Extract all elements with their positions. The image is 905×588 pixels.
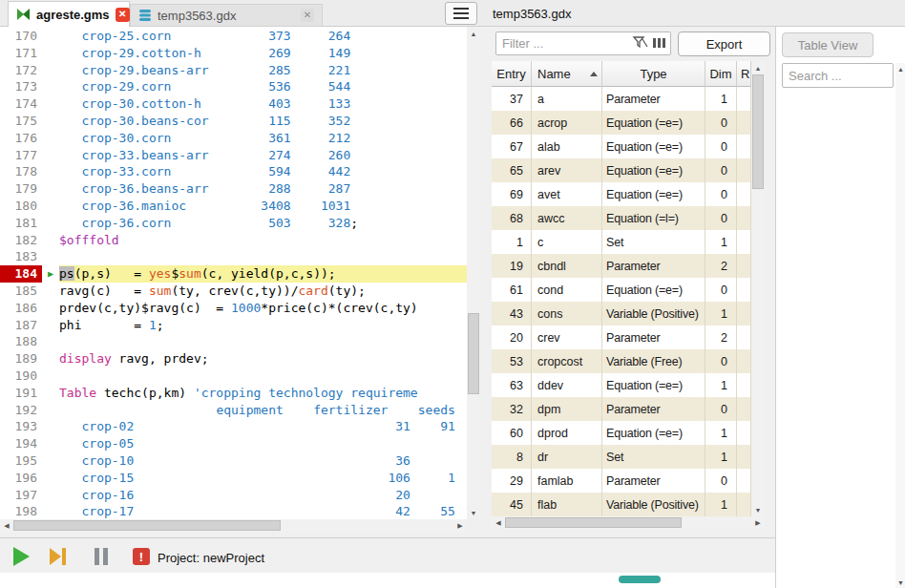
code-line[interactable]: 197 crop-16 20: [0, 487, 467, 504]
code-line[interactable]: 178 crop-33.corn 594 442: [0, 163, 467, 180]
code-line[interactable]: 175 crop-30.beans-cor 115 352: [0, 113, 467, 130]
editor-horizontal-scrollbar[interactable]: ◀ ▶: [0, 519, 467, 532]
line-number: 172: [0, 62, 42, 79]
code-line[interactable]: 176 crop-30.corn 361 212: [0, 130, 467, 147]
gutter-marker: [42, 470, 59, 487]
column-header-name[interactable]: Name: [532, 61, 602, 87]
code-text: crop-30.beans-cor 115 352: [59, 113, 467, 130]
code-line[interactable]: 193 crop-02 31 91: [0, 418, 467, 435]
code-line[interactable]: 174 crop-30.cotton-h 403 133: [0, 95, 467, 113]
column-header-dim[interactable]: Dim: [705, 61, 737, 87]
scroll-left-icon[interactable]: ◀: [0, 519, 13, 532]
symbol-row[interactable]: 65arevEquation (=e=)0: [492, 158, 751, 182]
code-line[interactable]: 184▶ps(p,s) = yes$sum(c, yield(p,c,s));: [0, 265, 467, 283]
scroll-up-icon[interactable]: ▲: [467, 27, 480, 40]
symbol-row[interactable]: 67alabEquation (=e=)0: [492, 135, 751, 158]
symbol-row[interactable]: 60dprodEquation (=e=)1: [492, 421, 751, 445]
editor-gdx-splitter[interactable]: [480, 27, 489, 532]
code-line[interactable]: 179 crop-36.beans-arr 288 287: [0, 180, 467, 198]
overlay-scrollbar-thumb[interactable]: [619, 576, 661, 583]
symbol-row[interactable]: 20crevParameter2: [492, 326, 751, 349]
line-number: 176: [0, 130, 42, 147]
code-line[interactable]: 170 crop-25.corn 373 264: [0, 28, 467, 45]
code-line[interactable]: 195 crop-10 36: [0, 452, 467, 470]
code-line[interactable]: 183: [0, 248, 467, 265]
symbol-row[interactable]: 63ddevEquation (=e=)1: [492, 373, 751, 397]
code-line[interactable]: 198 crop-17 42 55: [0, 503, 467, 519]
symbol-row[interactable]: 61condEquation (=e=)0: [492, 278, 751, 302]
clear-filter-icon[interactable]: [632, 35, 648, 51]
code-line[interactable]: 182$offfold: [0, 232, 467, 249]
symbol-row[interactable]: 32dpmParameter0: [492, 397, 751, 421]
search-input[interactable]: [782, 63, 894, 88]
run-with-gdx-button[interactable]: [46, 545, 69, 568]
scroll-left-icon[interactable]: ◀: [492, 516, 505, 529]
tab-agreste-gms[interactable]: agreste.gms ✕: [8, 1, 130, 27]
cell-entry: 63: [492, 373, 532, 397]
scroll-down-icon[interactable]: ▼: [895, 577, 905, 588]
code-text: equipment fertilizer seeds: [59, 402, 467, 419]
code-line[interactable]: 185ravg(c) = sum(ty, crev(c,ty))/card(ty…: [0, 283, 467, 300]
symbol-row[interactable]: 29famlabParameter0: [492, 469, 751, 493]
code-editor[interactable]: 170 crop-25.corn 373 264171 crop-29.cott…: [0, 27, 480, 532]
close-tab-icon[interactable]: ✕: [301, 9, 314, 22]
tab-temp3563-gdx[interactable]: temp3563.gdx ✕: [130, 4, 323, 27]
code-line[interactable]: 189display ravg, prdev;: [0, 350, 467, 368]
cell-entry: 8: [492, 445, 532, 469]
code-line[interactable]: 180 crop-36.manioc 3408 1031: [0, 198, 467, 215]
code-text: crop-17 42 55: [59, 503, 467, 519]
symbol-row[interactable]: 43consVariable (Positive)1: [492, 302, 751, 326]
code-line[interactable]: 191Table techc(p,km) 'cropping technolog…: [0, 385, 467, 402]
symbol-row[interactable]: 66acropEquation (=e=)0: [492, 111, 751, 135]
symbol-row[interactable]: 8drSet1: [492, 445, 751, 469]
menu-icon[interactable]: [445, 2, 477, 25]
code-line[interactable]: 181 crop-36.corn 503 328;: [0, 215, 467, 232]
run-button[interactable]: [10, 545, 32, 568]
scrollbar-thumb[interactable]: [505, 517, 682, 528]
code-line[interactable]: 172 crop-29.beans-arr 285 221: [0, 62, 467, 79]
code-line[interactable]: 192 equipment fertilizer seeds: [0, 402, 467, 419]
code-line[interactable]: 194 crop-05: [0, 435, 467, 452]
scroll-right-icon[interactable]: ▶: [453, 519, 467, 532]
column-header-entry[interactable]: Entry: [492, 61, 532, 87]
symbol-row[interactable]: 37aParameter1: [492, 87, 751, 111]
column-filter-icon[interactable]: [652, 35, 666, 51]
symbol-row[interactable]: 53cropcostVariable (Free)0: [492, 349, 751, 373]
column-header-type[interactable]: Type: [602, 61, 705, 87]
code-line[interactable]: 186prdev(c,ty)$ravg(c) = 1000*price(c)*(…: [0, 300, 467, 317]
interrupt-button[interactable]: !: [130, 545, 153, 568]
cell-type: Equation (=e=): [602, 421, 705, 445]
scroll-down-icon[interactable]: ▼: [751, 503, 765, 516]
cell-dim: 0: [705, 278, 737, 302]
data-vertical-scrollbar[interactable]: ▲ ▼: [895, 63, 905, 588]
scroll-up-icon[interactable]: ▲: [895, 63, 905, 74]
code-line[interactable]: 190: [0, 368, 467, 385]
code-line[interactable]: 173 crop-29.corn 536 544: [0, 78, 467, 95]
scroll-up-icon[interactable]: ▲: [751, 61, 765, 74]
code-line[interactable]: 188: [0, 333, 467, 350]
gutter-marker: [42, 95, 59, 113]
scrollbar-thumb[interactable]: [468, 313, 479, 394]
scrollbar-thumb[interactable]: [752, 74, 764, 189]
code-line[interactable]: 177 crop-33.beans-arr 274 260: [0, 147, 467, 164]
symbol-row[interactable]: 69avetEquation (=e=)0: [492, 182, 751, 206]
code-line[interactable]: 171 crop-29.cotton-h 269 149: [0, 45, 467, 62]
symbol-row[interactable]: 1cSet1: [492, 230, 751, 254]
table-horizontal-scrollbar[interactable]: ◀ ▶: [492, 516, 765, 529]
code-line[interactable]: 196 crop-15 106 1: [0, 470, 467, 487]
export-button[interactable]: Export: [678, 32, 770, 56]
symbol-row[interactable]: 19cbndlParameter2: [492, 254, 751, 278]
column-header-records[interactable]: R: [737, 61, 751, 87]
symbol-row[interactable]: 45flabVariable (Positive)1: [492, 493, 751, 516]
cell-entry: 1: [492, 230, 532, 254]
table-vertical-scrollbar[interactable]: ▲ ▼: [751, 61, 765, 516]
symbol-row[interactable]: 68awccEquation (=l=)0: [492, 206, 751, 230]
table-view-button[interactable]: Table View: [782, 32, 873, 57]
scroll-right-icon[interactable]: ▶: [751, 516, 765, 529]
editor-vertical-scrollbar[interactable]: ▲ ▼: [467, 27, 480, 519]
code-line[interactable]: 187phi = 1;: [0, 317, 467, 334]
scroll-down-icon[interactable]: ▼: [467, 506, 480, 519]
close-tab-icon[interactable]: ✕: [116, 8, 130, 22]
pause-button[interactable]: [90, 545, 113, 568]
scrollbar-thumb[interactable]: [13, 520, 281, 531]
